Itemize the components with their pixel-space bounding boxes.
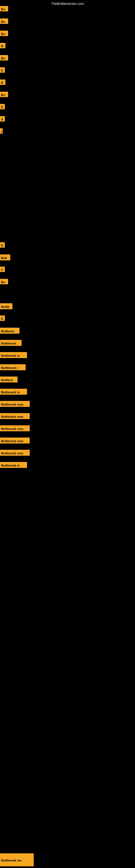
site-title: TheBottlenecker.com bbox=[51, 2, 84, 6]
bottleneck-label: Bott bbox=[0, 254, 10, 260]
bottleneck-label: Bottleneck resu bbox=[0, 401, 30, 407]
bottleneck-label: E bbox=[0, 67, 5, 73]
bottleneck-label: Bo bbox=[0, 279, 8, 284]
bottleneck-label: C bbox=[0, 267, 5, 272]
bottleneck-label: E bbox=[0, 242, 5, 248]
bottleneck-label: E bbox=[0, 104, 5, 109]
bottleneck-label: Bo bbox=[0, 31, 8, 36]
bottleneck-label: Bottleneck resu bbox=[0, 425, 30, 431]
bottleneck-label: Bottleneck resu bbox=[0, 437, 30, 443]
bottleneck-label: Bottleneck resu bbox=[0, 413, 30, 419]
bottleneck-label: B bbox=[0, 80, 5, 85]
bottleneck-label: Bottleneck re bbox=[0, 462, 27, 468]
bottleneck-label: | bbox=[0, 128, 3, 134]
bottleneck-label: Bottleneck re bbox=[0, 352, 27, 358]
bottleneck-label: Bottlene bbox=[0, 376, 17, 382]
bottleneck-label: Bo bbox=[0, 19, 8, 24]
bottleneck-label: Bo bbox=[0, 6, 8, 11]
bottleneck-label: Bo bbox=[0, 92, 8, 97]
bottleneck-label: E bbox=[0, 315, 5, 321]
bottleneck-label: Bottleneck bbox=[0, 340, 21, 346]
bottleneck-label: Bottleneck r bbox=[0, 364, 26, 370]
bottleneck-label: Bottlenec bbox=[0, 328, 19, 334]
bottleneck-label: Bottleneck res bbox=[0, 854, 34, 866]
bottleneck-label: Bottleneck re bbox=[0, 389, 27, 395]
bottleneck-label: Bottleneck resu bbox=[0, 450, 30, 456]
bottleneck-label: Bottle bbox=[0, 303, 12, 309]
bottleneck-label: Bo bbox=[0, 55, 8, 61]
bottleneck-label: B bbox=[0, 43, 5, 48]
bottleneck-label: S bbox=[0, 116, 5, 122]
